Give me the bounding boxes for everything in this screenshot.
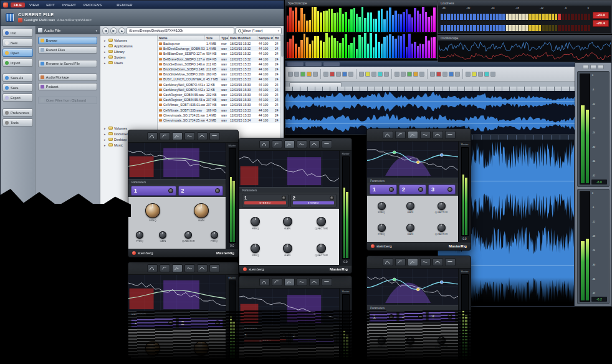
tree-expander-icon[interactable]: ▸ bbox=[104, 44, 107, 48]
eq-graph[interactable] bbox=[367, 141, 458, 178]
module-tab[interactable] bbox=[395, 131, 406, 139]
module-tab[interactable] bbox=[209, 132, 220, 140]
band-chip[interactable]: 3 bbox=[428, 184, 456, 194]
master-button[interactable] bbox=[590, 65, 596, 69]
file-row[interactable]: CashRegister_SOBIN.55.43.wav207 KBwav12/… bbox=[158, 97, 280, 102]
tree-item-library[interactable]: ▸Library bbox=[100, 49, 157, 54]
toolbar-button[interactable] bbox=[401, 72, 406, 77]
parameter-knob[interactable] bbox=[136, 231, 143, 239]
eq-graph[interactable] bbox=[128, 275, 226, 311]
column-header-date-modified[interactable]: Date Modified bbox=[229, 36, 257, 41]
file-row[interactable]: BellDeskExchange_SOBM.93.43.wav1.4 MBwav… bbox=[158, 46, 280, 51]
toolbar-button[interactable] bbox=[365, 72, 370, 77]
file-row[interactable]: BrickSlideMove_SOBPO.268.wav260 KBwav12/… bbox=[158, 72, 280, 77]
column-header-type[interactable]: Type bbox=[220, 36, 229, 41]
module-tab[interactable] bbox=[297, 278, 307, 286]
toolbar-button[interactable] bbox=[330, 72, 335, 77]
file-row[interactable]: CanMoveyWell_SOBPO.441.wav12 KBwav12/03/… bbox=[158, 82, 280, 87]
toolbar-button[interactable] bbox=[449, 72, 454, 77]
sidebar-item-info[interactable]: Info bbox=[2, 29, 33, 37]
band-chip[interactable]: 1 bbox=[370, 184, 397, 194]
tree-item-users[interactable]: ▸Users bbox=[100, 60, 157, 65]
module-tab[interactable] bbox=[259, 278, 270, 286]
toolbar-button[interactable] bbox=[348, 72, 353, 77]
menu-item-render[interactable]: RENDER bbox=[113, 2, 135, 7]
parameter-knob[interactable] bbox=[211, 231, 218, 239]
toolbar-button[interactable] bbox=[300, 72, 305, 77]
band-knob[interactable] bbox=[215, 188, 220, 193]
band-knob[interactable] bbox=[418, 187, 423, 192]
tree-expander-icon[interactable]: ▸ bbox=[104, 138, 107, 141]
module-tab[interactable] bbox=[420, 131, 431, 139]
parameter-knob[interactable] bbox=[145, 203, 160, 218]
column-header-sample-rate[interactable]: Sample Rate bbox=[257, 36, 274, 41]
module-tab[interactable] bbox=[284, 140, 295, 148]
forward-button[interactable]: ▶ bbox=[110, 27, 117, 34]
module-tab[interactable] bbox=[309, 140, 320, 148]
file-row[interactable]: BellBlazeDoor_SEBPO.127.wav904 KBwav12/0… bbox=[158, 51, 280, 56]
module-tab[interactable] bbox=[383, 258, 393, 266]
toolbar-button[interactable] bbox=[472, 72, 477, 77]
module-tab[interactable] bbox=[259, 140, 270, 148]
file-row[interactable]: CanMoveyWell_SOBPO.442.wav12 KBwav12/03/… bbox=[158, 87, 280, 92]
parameter-knob[interactable] bbox=[283, 244, 292, 253]
parameter-knob[interactable] bbox=[184, 231, 192, 239]
toolbar-button[interactable] bbox=[419, 72, 424, 77]
editor-tab[interactable] bbox=[287, 62, 304, 66]
parameter-knob[interactable] bbox=[283, 217, 292, 226]
sidebar-item-new[interactable]: New bbox=[2, 39, 33, 47]
module-tab[interactable] bbox=[160, 264, 170, 272]
module-tab[interactable] bbox=[445, 258, 456, 266]
tool-panel-header[interactable]: Audio File ▾ bbox=[36, 26, 100, 34]
editor-tab[interactable] bbox=[323, 62, 340, 66]
module-tab[interactable] bbox=[197, 264, 208, 272]
tool-item-open-files-from-clipboard[interactable]: Open Files from Clipboard bbox=[38, 97, 97, 104]
parameter-knob[interactable] bbox=[406, 202, 414, 210]
toolbar-button[interactable] bbox=[442, 72, 447, 77]
parameter-knob[interactable] bbox=[378, 202, 386, 210]
parameter-knob[interactable] bbox=[159, 231, 166, 239]
band-chip[interactable]: 2 bbox=[178, 186, 224, 196]
band-chip[interactable]: 2STEREO bbox=[290, 194, 337, 208]
file-row[interactable]: BrickSetDown_SOBPO.148.wav211 KBwav12/03… bbox=[158, 62, 280, 67]
module-tab[interactable] bbox=[172, 264, 183, 272]
tree-item-system[interactable]: ▸System bbox=[100, 54, 157, 60]
band-knob[interactable] bbox=[282, 196, 286, 200]
band-chip[interactable]: 2 bbox=[399, 184, 426, 194]
toolbar-button[interactable] bbox=[478, 72, 483, 77]
path-input[interactable]: /Users/Demps/Desktop/SFX44100k bbox=[127, 27, 234, 34]
tree-expander-icon[interactable]: ▸ bbox=[104, 132, 107, 136]
toolbar-button[interactable] bbox=[484, 72, 489, 77]
menu-item-view[interactable]: VIEW bbox=[26, 2, 42, 7]
eq-graph[interactable] bbox=[367, 269, 458, 305]
module-tab[interactable] bbox=[309, 278, 320, 286]
file-row[interactable]: BrickSlideDown_SOBPO.148.wav211 KBwav12/… bbox=[158, 67, 280, 72]
module-tab[interactable] bbox=[209, 264, 220, 272]
band-chip[interactable]: 1STEREO bbox=[242, 194, 289, 208]
parameter-knob[interactable] bbox=[251, 244, 260, 253]
toolbar-button[interactable] bbox=[413, 72, 418, 77]
toolbar-button[interactable] bbox=[336, 72, 341, 77]
document-tab[interactable] bbox=[289, 82, 342, 87]
file-row[interactable]: CellVibrate_SOBTI.535.wav169 KBwav12/03/… bbox=[158, 107, 280, 112]
module-tab[interactable] bbox=[433, 131, 443, 139]
module-tab[interactable] bbox=[184, 264, 195, 272]
editor-tab[interactable] bbox=[305, 62, 322, 66]
tool-item-audio-montage[interactable]: Audio Montage bbox=[38, 74, 97, 81]
module-tab[interactable] bbox=[297, 140, 307, 148]
oscilloscope-titlebar[interactable]: Oscilloscope bbox=[438, 36, 611, 41]
back-button[interactable]: ◀ bbox=[102, 27, 109, 34]
band-knob[interactable] bbox=[447, 187, 452, 192]
band-knob[interactable] bbox=[389, 187, 394, 192]
parameter-knob[interactable] bbox=[437, 202, 446, 210]
sidebar-item-preferences[interactable]: Preferences bbox=[2, 108, 33, 117]
module-tab[interactable] bbox=[322, 140, 332, 148]
toolbar-button[interactable] bbox=[430, 72, 435, 77]
eq-graph[interactable] bbox=[128, 143, 226, 179]
timeline-ruler[interactable] bbox=[285, 87, 608, 91]
tool-item-recent-files[interactable]: Recent Files bbox=[38, 46, 97, 54]
parameter-knob[interactable] bbox=[317, 217, 326, 226]
menu-item-process[interactable]: PROCESS bbox=[80, 2, 105, 7]
toolbar-button[interactable] bbox=[288, 72, 293, 77]
sidebar-item-import[interactable]: Import bbox=[2, 59, 33, 67]
